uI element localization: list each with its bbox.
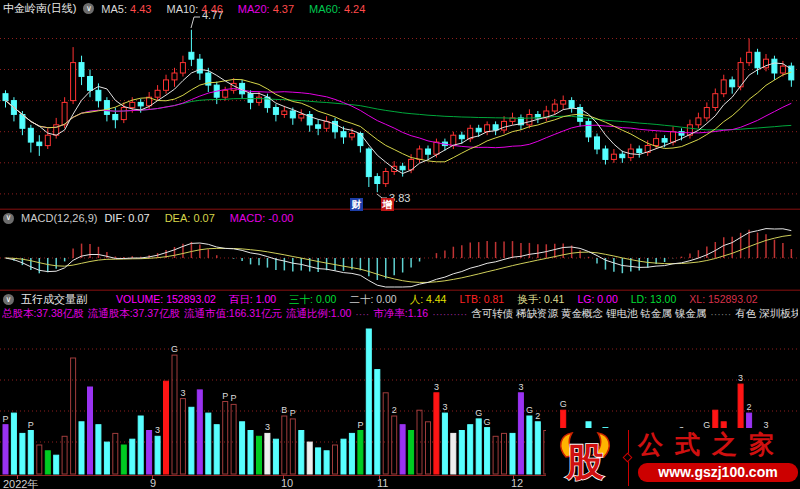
- watermark-site-name: 公式之家: [638, 430, 798, 460]
- volume-panel-name: 五行成交量副: [21, 292, 87, 307]
- share-info-item: 总股本:37.38亿股: [2, 307, 84, 321]
- volume-indicator: LD: 13.00: [631, 293, 677, 307]
- svg-text:P: P: [28, 420, 34, 430]
- share-info-item: ····: [355, 308, 369, 320]
- axis-tick: [513, 475, 514, 479]
- macd-indicator: DEA: 0.07: [165, 212, 215, 224]
- chevron-down-icon[interactable]: ∨: [3, 213, 14, 224]
- tag-badge-cai: 财: [350, 198, 363, 211]
- share-info-item: 流通比例:1.00: [286, 307, 351, 321]
- share-info-item: 有色 深圳板块: [735, 307, 798, 321]
- watermark-url: www.gszj100.com: [638, 463, 798, 482]
- volume-indicator: 三十: 0.00: [289, 293, 336, 307]
- panel-divider[interactable]: [0, 208, 800, 210]
- bull-logo-icon: 股: [554, 429, 616, 487]
- volume-indicator: 二十: 0.00: [349, 293, 396, 307]
- macd-indicator: DIF: 0.07: [104, 212, 149, 224]
- volume-title-row: ∨ 五行成交量副 VOLUME: 152893.02百日: 1.00三十: 0.…: [3, 292, 764, 307]
- svg-text:3: 3: [434, 382, 439, 392]
- ma-indicator: MA5: 4.43: [101, 3, 151, 15]
- macd-title-row: ∨ MACD(12,26,9) DIF: 0.07DEA: 0.07MACD: …: [3, 212, 299, 224]
- watermark-glyph: 股: [565, 441, 604, 483]
- axis-label-year: 2022年: [3, 477, 38, 489]
- volume-indicator: LTB: 0.81: [459, 293, 504, 307]
- volume-indicator: VOLUME: 152893.02: [116, 293, 216, 307]
- svg-text:G: G: [484, 417, 491, 427]
- svg-text:2: 2: [747, 402, 752, 412]
- ma-indicator: MA10: 4.46: [166, 3, 222, 15]
- share-info-item: ······: [710, 308, 731, 320]
- share-info-item: ··········: [432, 308, 467, 320]
- ma-indicator-row: MA5: 4.43MA10: 4.46MA20: 4.37MA60: 4.24: [101, 3, 371, 15]
- chevron-down-icon[interactable]: ∨: [83, 3, 94, 14]
- diamond-icon: [623, 453, 633, 463]
- svg-text:3: 3: [265, 422, 270, 432]
- volume-indicator: 百日: 1.00: [229, 293, 276, 307]
- svg-text:3: 3: [442, 402, 447, 412]
- main-title-row: 中金岭南(日线) ∨ MA5: 4.43MA10: 4.46MA20: 4.37…: [3, 1, 371, 16]
- axis-label-month: 9: [150, 477, 156, 489]
- svg-text:P: P: [222, 391, 228, 401]
- watermark: 股 公式之家 www.gszj100.com: [546, 428, 800, 489]
- svg-text:P: P: [2, 414, 8, 424]
- volume-indicator: 人: 4.44: [410, 293, 447, 307]
- volume-indicator: LG: 0.00: [577, 293, 617, 307]
- svg-text:G: G: [475, 408, 482, 418]
- volume-indicator: 换手: 0.41: [517, 293, 564, 307]
- panel-divider[interactable]: [0, 289, 800, 291]
- volume-indicator-values: VOLUME: 152893.02百日: 1.00三十: 0.00二十: 0.0…: [116, 293, 764, 307]
- share-info-item: 市净率:1.16: [373, 307, 428, 321]
- tag-badge-zeng: 增: [381, 198, 394, 211]
- candlestick-chart[interactable]: 4.773.83: [0, 0, 800, 208]
- volume-indicator: XL: 152893.02: [689, 293, 757, 307]
- svg-text:G: G: [526, 405, 533, 415]
- axis-tick: [152, 475, 153, 479]
- svg-text:3: 3: [738, 373, 743, 383]
- axis-tick: [283, 475, 284, 479]
- ma-indicator: MA60: 4.24: [309, 3, 365, 15]
- axis-tick: [17, 475, 18, 479]
- share-info-row: 总股本:37.38亿股流通股本:37.37亿股流通市值:166.31亿元流通比例…: [2, 307, 798, 321]
- svg-text:G: G: [171, 344, 178, 354]
- share-info-item: 含可转债 稀缺资源 黄金概念 锂电池 钴金属 镍金属: [471, 307, 706, 321]
- share-info-item: 流通股本:37.37亿股: [88, 307, 180, 321]
- svg-text:2: 2: [535, 411, 540, 421]
- svg-text:P: P: [290, 408, 296, 418]
- svg-text:3: 3: [180, 388, 185, 398]
- svg-text:3: 3: [518, 382, 523, 392]
- svg-text:B: B: [281, 405, 287, 415]
- svg-text:P: P: [357, 420, 363, 430]
- stock-title: 中金岭南(日线): [3, 1, 76, 16]
- svg-text:G: G: [560, 399, 567, 409]
- axis-tick: [379, 475, 380, 479]
- share-info-item: 流通市值:166.31亿元: [184, 307, 282, 321]
- chevron-down-icon[interactable]: ∨: [3, 294, 14, 305]
- macd-indicator: MACD: -0.00: [230, 212, 294, 224]
- ma-indicator: MA20: 4.37: [238, 3, 294, 15]
- svg-text:2: 2: [392, 405, 397, 415]
- svg-text:3: 3: [155, 425, 160, 435]
- macd-indicator-values: DIF: 0.07DEA: 0.07MACD: -0.00: [104, 212, 299, 224]
- svg-text:P: P: [231, 393, 237, 403]
- stock-app-window: 4.773.83 中金岭南(日线) ∨ MA5: 4.43MA10: 4.46M…: [0, 0, 800, 489]
- macd-name: MACD(12,26,9): [21, 212, 97, 224]
